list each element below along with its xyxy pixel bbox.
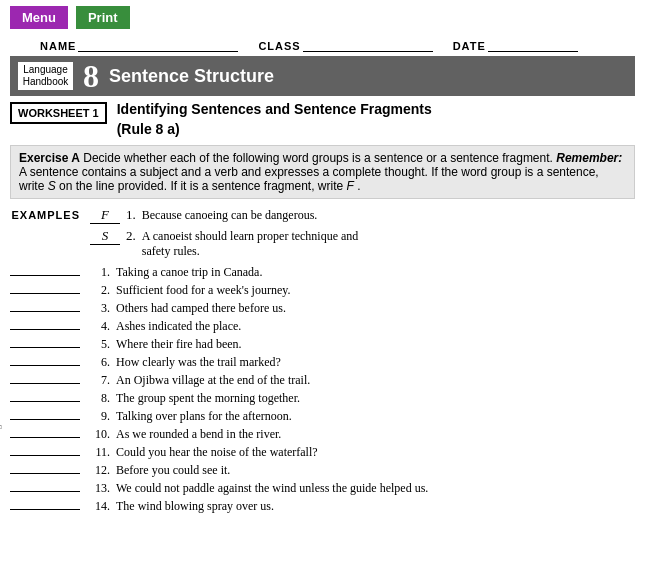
item-number: 9. — [88, 409, 110, 424]
item-blank — [10, 383, 80, 384]
item-blank — [10, 329, 80, 330]
item-blank — [10, 293, 80, 294]
item-text: Others had camped there before us. — [116, 301, 635, 316]
item-text: Ashes indicated the place. — [116, 319, 635, 334]
item-blank — [10, 437, 80, 438]
end-text: . — [357, 179, 360, 193]
items-section: 1.Taking a canoe trip in Canada.2.Suffic… — [10, 265, 635, 514]
list-item: 6.How clearly was the trail marked? — [10, 355, 635, 370]
sidebar-text: rights reserved. — [0, 385, 2, 434]
list-item: 9.Talking over plans for the afternoon. — [10, 409, 635, 424]
item-number: 11. — [88, 445, 110, 460]
exercise-label: Exercise A — [19, 151, 80, 165]
example-num-2: 2. — [126, 228, 136, 244]
item-blank — [10, 275, 80, 276]
item-blank — [10, 455, 80, 456]
example-answer-1: F — [90, 207, 120, 224]
date-line — [488, 37, 578, 52]
example-text-1: Because canoeing can be dangerous. — [142, 208, 318, 223]
item-text: Could you hear the noise of the waterfal… — [116, 445, 635, 460]
item-text: Taking a canoe trip in Canada. — [116, 265, 635, 280]
list-item: 8.The group spent the morning together. — [10, 391, 635, 406]
item-text: The group spent the morning together. — [116, 391, 635, 406]
class-line — [303, 37, 433, 52]
print-button[interactable]: Print — [76, 6, 130, 29]
list-item: 1.Taking a canoe trip in Canada. — [10, 265, 635, 280]
name-row: NAME CLASS DATE — [0, 35, 645, 54]
remember-label: Remember: — [556, 151, 622, 165]
list-item: 3.Others had camped there before us. — [10, 301, 635, 316]
item-blank — [10, 491, 80, 492]
f-italic: F — [347, 179, 354, 193]
list-item: 13.We could not paddle against the wind … — [10, 481, 635, 496]
language-handbook-box: Language Handbook — [18, 62, 73, 90]
list-item: 11.Could you hear the noise of the water… — [10, 445, 635, 460]
item-text: An Ojibwa village at the end of the trai… — [116, 373, 635, 388]
item-text: We could not paddle against the wind unl… — [116, 481, 635, 496]
item-number: 1. — [88, 265, 110, 280]
exercise-block: Exercise A Decide whether each of the fo… — [10, 145, 635, 199]
examples-label: EXAMPLES — [10, 209, 80, 221]
item-text: Before you could see it. — [116, 463, 635, 478]
worksheet-title: Identifying Sentences and Sentence Fragm… — [117, 100, 432, 139]
item-number: 14. — [88, 499, 110, 514]
example-row-1: EXAMPLES F 1. Because canoeing can be da… — [10, 207, 635, 224]
item-number: 6. — [88, 355, 110, 370]
item-text: Sufficient food for a week's journey. — [116, 283, 635, 298]
example-row-2: S 2. A canoeist should learn proper tech… — [10, 228, 635, 259]
handbook-number: 8 — [83, 60, 99, 92]
exercise-text: Decide whether each of the following wor… — [83, 151, 556, 165]
class-label: CLASS — [258, 40, 300, 52]
list-item: 2.Sufficient food for a week's journey. — [10, 283, 635, 298]
item-blank — [10, 347, 80, 348]
item-blank — [10, 473, 80, 474]
example-text-2: A canoeist should learn proper technique… — [142, 229, 359, 259]
item-number: 4. — [88, 319, 110, 334]
list-item: 10.As we rounded a bend in the river. — [10, 427, 635, 442]
top-bar: Menu Print — [0, 0, 645, 35]
worksheet-row: WORKSHEET 1 Identifying Sentences and Se… — [10, 100, 635, 139]
item-blank — [10, 365, 80, 366]
name-label: NAME — [40, 40, 76, 52]
item-text: As we rounded a bend in the river. — [116, 427, 635, 442]
date-label: DATE — [453, 40, 486, 52]
item-number: 10. — [88, 427, 110, 442]
example-num-1: 1. — [126, 207, 136, 223]
item-number: 3. — [88, 301, 110, 316]
list-item: 7.An Ojibwa village at the end of the tr… — [10, 373, 635, 388]
item-text: How clearly was the trail marked? — [116, 355, 635, 370]
item-number: 5. — [88, 337, 110, 352]
list-item: 5.Where their fire had been. — [10, 337, 635, 352]
item-number: 8. — [88, 391, 110, 406]
worksheet-badge: WORKSHEET 1 — [10, 102, 107, 124]
header-bar: Language Handbook 8 Sentence Structure — [10, 56, 635, 96]
example-answer-2: S — [90, 228, 120, 245]
item-text: Where their fire had been. — [116, 337, 635, 352]
examples-section: EXAMPLES F 1. Because canoeing can be da… — [10, 207, 635, 259]
list-item: 4.Ashes indicated the place. — [10, 319, 635, 334]
item-text: The wind blowing spray over us. — [116, 499, 635, 514]
item-blank — [10, 419, 80, 420]
item-blank — [10, 401, 80, 402]
list-item: 14.The wind blowing spray over us. — [10, 499, 635, 514]
menu-button[interactable]: Menu — [10, 6, 68, 29]
item-number: 13. — [88, 481, 110, 496]
s-italic: S — [48, 179, 56, 193]
item-blank — [10, 509, 80, 510]
item-blank — [10, 311, 80, 312]
name-line — [78, 37, 238, 52]
item-text: Talking over plans for the afternoon. — [116, 409, 635, 424]
header-title: Sentence Structure — [109, 66, 274, 87]
item-number: 12. — [88, 463, 110, 478]
list-item: 12.Before you could see it. — [10, 463, 635, 478]
item-number: 2. — [88, 283, 110, 298]
item-number: 7. — [88, 373, 110, 388]
middle-text: on the line provided. If it is a sentenc… — [59, 179, 346, 193]
